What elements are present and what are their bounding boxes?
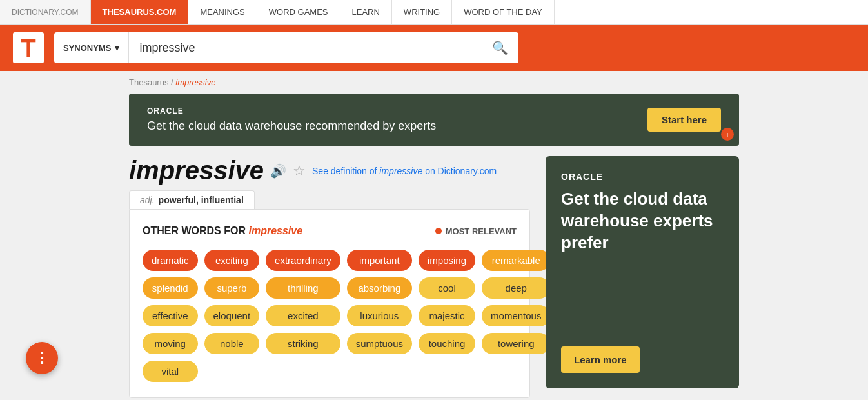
synonym-tag[interactable]: sumptuous [347,333,412,354]
sidebar: ORACLE Get the cloud data warehouse expe… [546,156,739,398]
word-title-row: impressive 🔊 ☆ See definition of impress… [129,156,530,185]
dict-link-suffix: on Dictionary.com [425,166,497,176]
synonyms-title: OTHER WORDS FOR impressive [143,225,302,237]
synonym-tag[interactable]: touching [419,333,475,354]
ad-cta-button[interactable]: Start here [647,108,721,132]
synonym-tag[interactable]: cool [419,277,475,299]
chevron-down-icon: ▾ [115,43,119,53]
breadcrumb-parent[interactable]: Thesaurus [129,77,168,87]
search-bar: SYNONYMS ▾ 🔍 [54,32,518,63]
sidebar-ad-brand: ORACLE [561,172,724,182]
nav-word-of-day[interactable]: WORD OF THE DAY [452,0,555,24]
synonym-tag[interactable]: dramatic [143,250,198,271]
ad-banner-text: Get the cloud data warehouse recommended… [147,119,436,133]
search-type-dropdown[interactable]: SYNONYMS ▾ [54,32,129,63]
search-type-label: SYNONYMS [63,43,111,53]
more-options-icon: ⋮ [35,350,49,366]
relevance-dot [435,228,442,234]
relevance-indicator: MOST RELEVANT [435,226,517,236]
synonym-tag[interactable]: deep [482,277,550,299]
site-logo: T [13,32,44,63]
synonym-tag[interactable]: splendid [143,277,198,299]
pos-tab[interactable]: adj. powerful, influential [129,190,255,209]
breadcrumb: Thesaurus / impressive [0,71,868,94]
breadcrumb-current: impressive [175,77,215,87]
synonym-tag[interactable]: remarkable [482,250,550,271]
svg-text:T: T [21,35,35,62]
synonym-tag[interactable]: thrilling [266,277,340,299]
synonym-tag[interactable]: imposing [419,250,475,271]
search-icon: 🔍 [492,40,508,55]
sidebar-ad: ORACLE Get the cloud data warehouse expe… [546,156,739,388]
nav-thesaurus[interactable]: THESAURUS.COM [91,0,189,24]
floating-menu-button[interactable]: ⋮ [26,342,58,374]
dictionary-link[interactable]: See definition of impressive on Dictiona… [312,166,497,176]
synonym-tag[interactable]: vital [143,361,198,382]
synonym-tag[interactable]: effective [143,305,198,326]
synonyms-title-prefix: OTHER WORDS FOR [143,225,246,236]
synonyms-tags-grid: dramaticexcitingextraordinaryimportantim… [143,250,517,382]
dict-link-word: impressive [379,166,422,176]
synonym-tag[interactable]: eloquent [204,305,260,326]
nav-learn[interactable]: LEARN [340,0,392,24]
synonym-tag[interactable]: moving [143,333,198,354]
ad-close-button[interactable]: i [721,128,734,141]
pos-meaning: powerful, influential [159,195,244,205]
synonym-tag[interactable]: absorbing [347,277,412,299]
relevance-label: MOST RELEVANT [446,226,517,236]
synonym-tag[interactable]: majestic [419,305,475,326]
pos-label: adj. [140,195,155,205]
ad-brand-label: ORACLE [147,106,436,115]
synonym-tag[interactable]: striking [266,333,340,354]
audio-icon[interactable]: 🔊 [270,163,286,179]
synonym-tag[interactable]: extraordinary [266,250,340,271]
synonyms-box: OTHER WORDS FOR impressive MOST RELEVANT… [129,209,530,398]
search-button[interactable]: 🔍 [482,32,518,63]
ad-banner-content: ORACLE Get the cloud data warehouse reco… [147,106,436,133]
synonyms-header: OTHER WORDS FOR impressive MOST RELEVANT [143,225,517,237]
nav-word-games[interactable]: WORD GAMES [257,0,340,24]
close-icon: i [727,130,728,138]
top-nav: DICTIONARY.COM THESAURUS.COM MEANINGS WO… [0,0,868,25]
synonym-tag[interactable]: towering [482,333,550,354]
nav-dictionary[interactable]: DICTIONARY.COM [0,0,91,24]
ad-banner: ORACLE Get the cloud data warehouse reco… [129,94,739,146]
synonym-tag[interactable]: luxurious [347,305,412,326]
main-layout: impressive 🔊 ☆ See definition of impress… [0,156,868,398]
nav-meanings[interactable]: MEANINGS [188,0,257,24]
synonym-tag[interactable]: important [347,250,412,271]
nav-writing[interactable]: WRITING [392,0,452,24]
synonym-tag[interactable]: noble [204,333,260,354]
synonym-tag[interactable]: momentous [482,305,550,326]
synonym-tag[interactable]: exciting [204,250,260,271]
site-header: T SYNONYMS ▾ 🔍 [0,25,868,71]
sidebar-ad-button[interactable]: Learn more [561,346,640,373]
synonym-tag[interactable]: superb [204,277,260,299]
synonyms-title-word: impressive [248,225,302,236]
word-title: impressive [129,156,264,185]
sidebar-ad-text: Get the cloud data warehouse experts pre… [561,188,724,254]
dict-link-prefix: See definition of [312,166,377,176]
favorite-icon[interactable]: ☆ [293,163,306,179]
search-input[interactable] [129,41,482,55]
main-content: impressive 🔊 ☆ See definition of impress… [129,156,530,398]
synonym-tag[interactable]: excited [266,305,340,326]
